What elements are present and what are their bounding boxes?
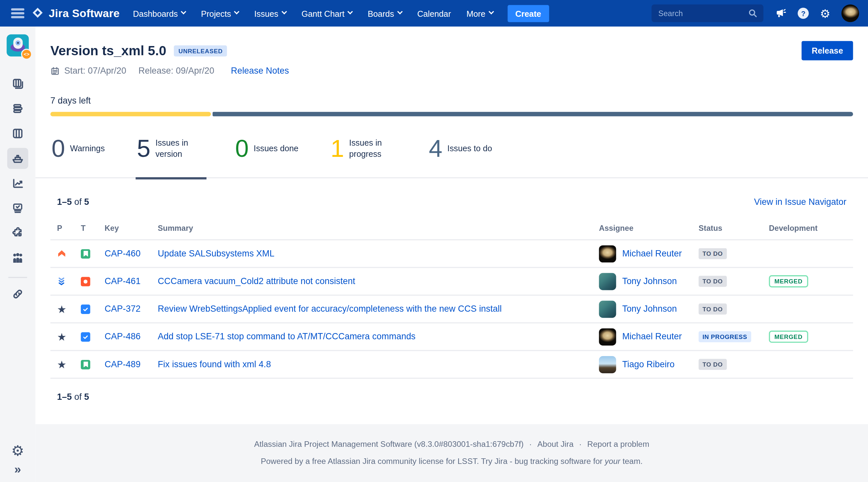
view-in-issue-navigator-link[interactable]: View in Issue Navigator — [754, 197, 846, 207]
status-badge[interactable]: TO DO — [699, 276, 727, 287]
footer-your-italic: your — [605, 457, 621, 466]
assignee-avatar[interactable] — [599, 356, 616, 373]
status-badge[interactable]: TO DO — [699, 248, 727, 260]
lowest-priority-icon — [57, 276, 81, 286]
assignee-link[interactable]: Tiago Ribeiro — [622, 359, 674, 369]
issue-summary-link[interactable]: Add stop LSE-71 stop command to AT/MT/CC… — [158, 332, 415, 341]
reports-icon[interactable] — [7, 173, 28, 194]
issue-key-link[interactable]: CAP-460 — [104, 248, 140, 259]
release-button[interactable]: Release — [802, 41, 853, 60]
search-box — [652, 4, 764, 22]
backlog-icon[interactable] — [7, 73, 28, 94]
stat-issues-in-version[interactable]: 5Issues in version — [137, 136, 203, 160]
stat-issues-in-progress[interactable]: 1Issues in progress — [331, 136, 397, 160]
assignee-avatar[interactable] — [599, 273, 616, 290]
col-development: Development — [769, 223, 853, 233]
task-icon — [81, 332, 90, 341]
table-header-row: P T Key Summary Assignee Status Developm… — [50, 217, 853, 240]
issue-summary-link[interactable]: Fix issues found with xml 4.8 — [158, 359, 271, 369]
assignee-link[interactable]: Michael Reuter — [622, 248, 682, 259]
issues-and-filters-icon[interactable] — [7, 198, 28, 219]
unreleased-badge: UNRELEASED — [174, 45, 227, 56]
chevron-down-icon — [397, 9, 403, 14]
results-range-bottom: 1–5 of 5 — [50, 392, 853, 402]
assignee-avatar[interactable] — [599, 245, 616, 262]
hamburger-menu-icon[interactable] — [11, 8, 24, 18]
help-icon[interactable]: ? — [798, 8, 809, 19]
table-row: ★ CAP-486 Add stop LSE-71 stop command t… — [50, 324, 853, 351]
days-left-label: 7 days left — [50, 96, 853, 106]
issue-key-link[interactable]: CAP-489 — [104, 359, 140, 369]
issue-key-link[interactable]: CAP-461 — [104, 276, 140, 286]
assignee-link[interactable]: Tony Johnson — [622, 276, 677, 286]
progress-done-segment — [50, 112, 211, 116]
nav-dashboards[interactable]: Dashboards — [133, 8, 186, 18]
start-date: Start: 07/Apr/20 — [64, 66, 126, 76]
col-summary: Summary — [158, 223, 599, 233]
shortcut-link-icon[interactable] — [7, 283, 28, 304]
merged-badge[interactable]: MERGED — [769, 331, 808, 343]
announcements-icon[interactable] — [775, 7, 787, 20]
version-progress-bar — [50, 112, 853, 116]
search-input[interactable] — [652, 4, 764, 22]
status-badge[interactable]: IN PROGRESS — [699, 331, 751, 342]
brand-name: Jira Software — [49, 7, 120, 20]
releases-icon[interactable] — [7, 148, 28, 169]
status-badge[interactable]: TO DO — [699, 303, 727, 314]
results-range: 1–5 of 5 — [57, 197, 89, 207]
status-badge[interactable]: TO DO — [699, 359, 727, 370]
assignee-avatar[interactable] — [599, 328, 616, 345]
settings-icon[interactable]: ⚙ — [820, 7, 831, 19]
issue-key-link[interactable]: CAP-372 — [104, 304, 140, 314]
board-icon[interactable] — [7, 123, 28, 144]
footer-license-text: Powered by a free Atlassian Jira communi… — [260, 457, 605, 466]
table-row: CAP-461 CCCamera vacuum_Cold2 attribute … — [50, 268, 853, 296]
expand-sidebar-icon[interactable]: » — [14, 463, 21, 476]
chevron-down-icon — [347, 9, 353, 14]
release-notes-link[interactable]: Release Notes — [231, 66, 289, 76]
development-cell: MERGED — [769, 275, 853, 288]
table-row: ★ CAP-489 Fix issues found with xml 4.8 … — [50, 351, 853, 379]
assignee-avatar[interactable] — [599, 301, 616, 318]
merged-badge[interactable]: MERGED — [769, 275, 808, 288]
create-button[interactable]: Create — [507, 5, 549, 22]
task-icon — [81, 304, 90, 314]
issue-summary-link[interactable]: CCCamera vacuum_Cold2 attribute not cons… — [158, 276, 355, 286]
story-icon — [81, 360, 90, 369]
stat-warnings[interactable]: 0Warnings — [52, 136, 105, 160]
user-avatar[interactable] — [841, 4, 859, 22]
col-status: Status — [699, 223, 769, 233]
development-cell: MERGED — [769, 331, 853, 343]
active-sprints-icon[interactable] — [7, 98, 28, 119]
jira-app: Jira Software Dashboards Projects Issues… — [0, 0, 868, 482]
nav-projects[interactable]: Projects — [201, 8, 239, 18]
nav-more[interactable]: More — [466, 8, 493, 18]
nav-calendar[interactable]: Calendar — [417, 8, 451, 18]
calendar-icon — [50, 66, 60, 76]
issue-key-link[interactable]: CAP-486 — [104, 332, 140, 341]
top-navbar: Jira Software Dashboards Projects Issues… — [0, 0, 868, 27]
jira-logo[interactable]: Jira Software — [31, 7, 120, 20]
col-assignee: Assignee — [599, 223, 699, 233]
issue-summary-link[interactable]: Review WrebSettingsApplied event for acc… — [158, 304, 502, 314]
project-avatar[interactable]: <> — [7, 34, 29, 56]
report-a-problem-link[interactable]: Report a problem — [587, 440, 649, 449]
stat-issues-to-do[interactable]: 4Issues to do — [429, 136, 492, 160]
stat-issues-done[interactable]: 0Issues done — [235, 136, 299, 160]
addons-icon[interactable] — [7, 222, 28, 244]
sidebar-divider — [8, 277, 27, 278]
assignee-link[interactable]: Michael Reuter — [622, 332, 682, 341]
page-footer: Atlassian Jira Project Management Softwa… — [35, 424, 868, 482]
page-title: Version ts_xml 5.0 — [50, 43, 166, 59]
people-icon[interactable] — [7, 248, 28, 269]
search-icon[interactable] — [747, 8, 758, 19]
footer-version-text: Atlassian Jira Project Management Softwa… — [254, 440, 524, 449]
about-jira-link[interactable]: About Jira — [537, 440, 574, 449]
highest-priority-icon — [57, 249, 81, 259]
assignee-link[interactable]: Tony Johnson — [622, 304, 677, 314]
project-settings-icon[interactable]: ⚙ — [11, 444, 24, 458]
nav-gantt-chart[interactable]: Gantt Chart — [301, 8, 352, 18]
nav-issues[interactable]: Issues — [254, 8, 286, 18]
issue-summary-link[interactable]: Update SALSubsystems XML — [158, 248, 274, 259]
nav-boards[interactable]: Boards — [368, 8, 402, 18]
